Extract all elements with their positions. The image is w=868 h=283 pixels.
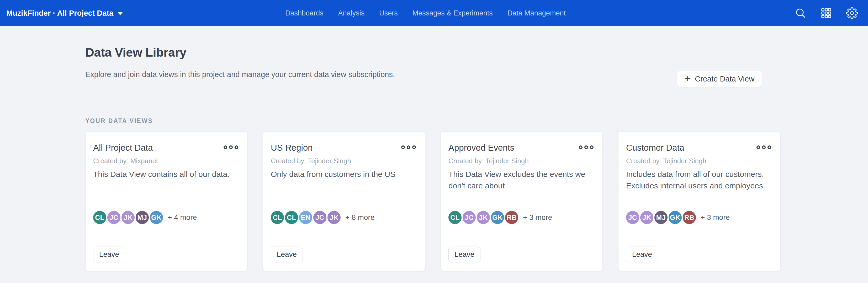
card-created-by: Created by: Tejinder Singh <box>271 157 351 165</box>
card-divider <box>618 242 780 242</box>
card-description: This Data View contains all of our data. <box>93 169 237 180</box>
leave-button[interactable]: Leave <box>626 247 658 262</box>
member-avatar-stack: CL JC JK MJ GK + 4 more <box>92 210 197 225</box>
card-overflow-menu-icon[interactable] <box>400 144 417 150</box>
avatar: MJ <box>134 210 150 225</box>
avatar: JK <box>639 210 654 225</box>
card-divider <box>263 242 425 242</box>
menu-dot <box>235 145 238 149</box>
navbar-icon-group <box>795 0 858 26</box>
card-created-by: Created by: Mixpanel <box>93 157 158 165</box>
avatar: JC <box>106 210 122 225</box>
leave-button[interactable]: Leave <box>93 247 125 262</box>
avatar: MJ <box>653 210 669 225</box>
page-title: Data View Library <box>85 45 186 60</box>
project-switcher[interactable]: MuzikFinder · All Project Data <box>6 0 123 26</box>
card-divider <box>86 242 247 242</box>
data-view-card-us-region: US Region Created by: Tejinder Singh Onl… <box>263 132 425 271</box>
avatar: JK <box>327 210 342 225</box>
nav-item-users[interactable]: Users <box>379 9 398 17</box>
avatar: JK <box>476 210 491 225</box>
card-overflow-menu-icon[interactable] <box>578 144 595 150</box>
menu-dot <box>407 145 410 149</box>
avatar: CL <box>284 210 299 225</box>
plus-icon: + <box>685 73 691 83</box>
apps-grid-icon[interactable] <box>820 7 832 19</box>
avatar: CL <box>92 210 107 225</box>
page-subtitle: Explore and join data views in this proj… <box>85 70 395 79</box>
data-view-card-grid: All Project Data Created by: Mixpanel Th… <box>85 132 780 271</box>
menu-dot <box>229 145 233 149</box>
leave-button[interactable]: Leave <box>448 247 480 262</box>
data-view-card-approved-events: Approved Events Created by: Tejinder Sin… <box>440 132 603 271</box>
data-view-card-customer-data: Customer Data Created by: Tejinder Singh… <box>618 132 780 271</box>
card-title: Approved Events <box>448 143 514 153</box>
more-members-label: + 3 more <box>523 213 552 222</box>
member-avatar-stack: JC JK MJ GK RB + 3 more <box>625 210 730 225</box>
project-switcher-label: MuzikFinder · All Project Data <box>6 9 113 17</box>
avatar: CL <box>447 210 463 225</box>
avatar: EN <box>298 210 313 225</box>
card-description: Includes data from all of our customers.… <box>626 169 770 191</box>
top-navbar: MuzikFinder · All Project Data Dashboard… <box>0 0 868 26</box>
member-avatar-stack: CL CL EN JC JK + 8 more <box>270 210 374 225</box>
settings-gear-icon[interactable] <box>846 7 858 19</box>
data-view-card-all-project-data: All Project Data Created by: Mixpanel Th… <box>85 132 247 271</box>
card-title: All Project Data <box>93 143 153 153</box>
menu-dot <box>401 145 405 149</box>
menu-dot <box>584 145 588 149</box>
card-created-by: Created by: Tejinder Singh <box>626 157 706 165</box>
menu-dot <box>762 145 766 149</box>
search-icon[interactable] <box>795 7 807 19</box>
more-members-label: + 4 more <box>168 213 197 222</box>
your-data-views-label: YOUR DATA VIEWS <box>85 117 153 125</box>
avatar: RB <box>682 210 697 225</box>
card-description: Only data from customers in the US <box>271 169 414 180</box>
card-divider <box>441 242 602 242</box>
avatar: JC <box>625 210 640 225</box>
avatar: CL <box>270 210 285 225</box>
card-overflow-menu-icon[interactable] <box>222 144 239 150</box>
card-title: US Region <box>271 143 313 153</box>
menu-dot <box>579 145 583 149</box>
nav-item-analysis[interactable]: Analysis <box>338 9 365 17</box>
chevron-down-icon <box>118 12 123 15</box>
card-title: Customer Data <box>626 143 684 153</box>
card-description: This Data View excludes the events we do… <box>448 169 592 191</box>
leave-button[interactable]: Leave <box>271 247 303 262</box>
more-members-label: + 3 more <box>701 213 730 222</box>
avatar: JC <box>312 210 328 225</box>
card-created-by: Created by: Tejinder Singh <box>448 157 529 165</box>
member-avatar-stack: CL JC JK GK RB + 3 more <box>447 210 552 225</box>
menu-dot <box>768 145 771 149</box>
avatar: GK <box>668 210 683 225</box>
avatar: RB <box>504 210 519 225</box>
nav-item-dashboards[interactable]: Dashboards <box>285 9 323 17</box>
avatar: GK <box>490 210 505 225</box>
menu-dot <box>756 145 760 149</box>
avatar: GK <box>149 210 164 225</box>
menu-dot <box>590 145 593 149</box>
menu-dot <box>412 145 416 149</box>
avatar: JC <box>462 210 477 225</box>
create-data-view-button[interactable]: + Create Data View <box>677 71 762 87</box>
nav-item-data-management[interactable]: Data Management <box>507 9 566 17</box>
main-nav: Dashboards Analysis Users Messages & Exp… <box>285 0 566 26</box>
create-data-view-button-label: Create Data View <box>695 75 754 83</box>
nav-item-messages-experiments[interactable]: Messages & Experiments <box>412 9 493 17</box>
menu-dot <box>223 145 227 149</box>
avatar: JK <box>120 210 136 225</box>
card-overflow-menu-icon[interactable] <box>755 144 772 150</box>
more-members-label: + 8 more <box>345 213 374 222</box>
